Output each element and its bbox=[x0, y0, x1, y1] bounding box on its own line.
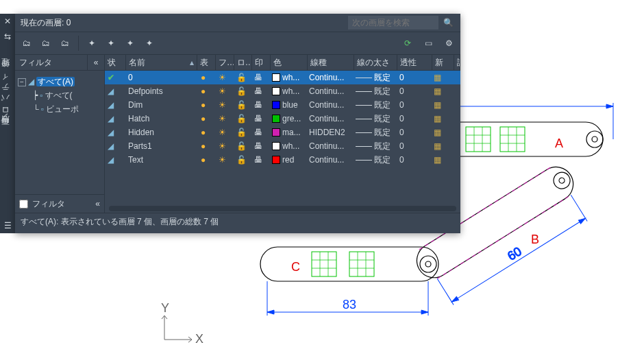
layer-states-button[interactable]: 🗂 bbox=[58, 36, 73, 51]
panel-toolbar: 🗂 🗂 🗂 ✦ ✦ ✦ ✦ ⟳ ▭ ⚙ bbox=[15, 32, 460, 55]
linetype-cell[interactable]: HIDDEN2 bbox=[306, 128, 353, 137]
sun-icon[interactable]: ☀ bbox=[219, 73, 226, 82]
horizontal-scrollbar[interactable] bbox=[109, 206, 456, 211]
printer-icon[interactable]: 🖶 bbox=[254, 128, 262, 137]
newvp-icon[interactable]: ▦ bbox=[434, 73, 441, 82]
table-row[interactable]: ◢Text●☀🔓🖶redContinu...既定0▦ bbox=[105, 153, 460, 167]
search-input[interactable] bbox=[348, 16, 438, 29]
lineweight-cell[interactable]: 既定 bbox=[353, 113, 397, 125]
printer-icon[interactable]: 🖶 bbox=[254, 141, 262, 151]
sun-icon[interactable]: ☀ bbox=[219, 86, 226, 96]
linetype-cell[interactable]: Continu... bbox=[306, 114, 353, 123]
newvp-icon[interactable]: ▦ bbox=[434, 114, 441, 123]
sun-icon[interactable]: ☀ bbox=[219, 155, 226, 165]
invert-filter-checkbox[interactable] bbox=[19, 200, 28, 209]
refresh-icon[interactable]: ⟳ bbox=[400, 36, 415, 51]
lock-icon[interactable]: 🔓 bbox=[236, 114, 247, 123]
lineweight-cell[interactable]: 既定 bbox=[353, 127, 397, 139]
panel-options-icon[interactable]: ☰ bbox=[0, 220, 15, 232]
linetype-cell[interactable]: Continu... bbox=[306, 86, 353, 96]
color-cell[interactable]: blue bbox=[269, 100, 306, 110]
new-layer-vp-frozen-button[interactable]: ✦ bbox=[103, 36, 119, 51]
transparency-cell[interactable]: 0 bbox=[397, 114, 431, 123]
color-cell[interactable]: wh... bbox=[269, 141, 306, 151]
table-row[interactable]: ◢Defpoints●☀🔓🖶wh...Continu...既定0▦ bbox=[105, 84, 460, 98]
set-current-button[interactable]: ✦ bbox=[142, 36, 157, 51]
sun-icon[interactable]: ☀ bbox=[219, 141, 226, 151]
delete-layer-button[interactable]: ✦ bbox=[123, 36, 138, 51]
printer-icon[interactable]: 🖶 bbox=[254, 114, 262, 123]
new-layer-button[interactable]: ✦ bbox=[84, 36, 99, 51]
table-row[interactable]: ✔0●☀🔓🖶wh...Continu...既定0▦ bbox=[105, 71, 460, 84]
linetype-cell[interactable]: Continu... bbox=[306, 155, 353, 165]
svg-point-4 bbox=[551, 169, 573, 192]
bulb-icon[interactable]: ● bbox=[201, 86, 206, 96]
transparency-cell[interactable]: 0 bbox=[397, 128, 431, 137]
collapse-filter-bottom-icon[interactable]: « bbox=[95, 199, 100, 209]
linetype-cell[interactable]: Continu... bbox=[306, 141, 353, 151]
newvp-icon[interactable]: ▦ bbox=[434, 100, 441, 110]
lock-icon[interactable]: 🔓 bbox=[236, 141, 247, 151]
bulb-icon[interactable]: ● bbox=[201, 128, 206, 137]
sun-icon[interactable]: ☀ bbox=[219, 100, 226, 110]
col-print: 印 bbox=[252, 55, 271, 70]
lineweight-cell[interactable]: 既定 bbox=[353, 141, 397, 152]
col-on: 表 bbox=[197, 55, 216, 70]
lock-icon[interactable]: 🔓 bbox=[236, 86, 247, 96]
transparency-cell[interactable]: 0 bbox=[397, 100, 431, 110]
svg-point-1 bbox=[420, 256, 436, 272]
bulb-icon[interactable]: ● bbox=[201, 100, 206, 110]
bulb-icon[interactable]: ● bbox=[201, 73, 206, 82]
pin-icon[interactable]: ⇆ bbox=[0, 29, 15, 44]
bulb-icon[interactable]: ● bbox=[201, 155, 206, 165]
lineweight-cell[interactable]: 既定 bbox=[353, 86, 397, 97]
new-filter-button[interactable]: 🗂 bbox=[19, 36, 34, 51]
status-bar: すべて(A): 表示されている画層 7 個、画層の総数 7 個 bbox=[15, 213, 460, 230]
new-group-filter-button[interactable]: 🗂 bbox=[38, 36, 53, 51]
printer-icon[interactable]: 🖶 bbox=[254, 86, 262, 96]
printer-icon[interactable]: 🖶 bbox=[254, 73, 262, 82]
table-row[interactable]: ◢Hatch●☀🔓🖶gre...Continu...既定0▦ bbox=[105, 112, 460, 126]
newvp-icon[interactable]: ▦ bbox=[434, 86, 441, 96]
transparency-cell[interactable]: 0 bbox=[397, 155, 431, 165]
linetype-cell[interactable]: Continu... bbox=[306, 100, 353, 110]
col-name: 名前 ▴ bbox=[126, 55, 198, 70]
transparency-cell[interactable]: 0 bbox=[397, 73, 431, 82]
color-cell[interactable]: red bbox=[269, 155, 306, 165]
printer-icon[interactable]: 🖶 bbox=[254, 100, 262, 110]
filter-tree[interactable]: −◢すべて(A) ┝ ▫すべて( └ ▫ビューポ bbox=[15, 71, 104, 194]
newvp-icon[interactable]: ▦ bbox=[434, 155, 441, 165]
color-cell[interactable]: wh... bbox=[269, 86, 306, 96]
sun-icon[interactable]: ☀ bbox=[219, 114, 226, 123]
color-cell[interactable]: gre... bbox=[269, 114, 306, 123]
lock-icon[interactable]: 🔓 bbox=[236, 128, 247, 137]
collapse-filter-icon[interactable]: « bbox=[87, 55, 104, 70]
lock-icon[interactable]: 🔓 bbox=[236, 73, 247, 82]
bulb-icon[interactable]: ● bbox=[201, 114, 206, 123]
close-icon[interactable]: ✕ bbox=[0, 14, 15, 29]
lock-icon[interactable]: 🔓 bbox=[236, 155, 247, 165]
color-cell[interactable]: ma... bbox=[269, 128, 306, 137]
sun-icon[interactable]: ☀ bbox=[219, 128, 226, 137]
newvp-icon[interactable]: ▦ bbox=[434, 141, 441, 151]
linetype-cell[interactable]: Continu... bbox=[306, 73, 353, 82]
search-icon[interactable]: 🔍 bbox=[441, 16, 455, 29]
table-row[interactable]: ◢Parts1●☀🔓🖶wh...Continu...既定0▦ bbox=[105, 139, 460, 153]
bulb-icon[interactable]: ● bbox=[201, 141, 206, 151]
transparency-cell[interactable]: 0 bbox=[397, 141, 431, 151]
table-row[interactable]: ◢Dim●☀🔓🖶blueContinu...既定0▦ bbox=[105, 98, 460, 112]
table-header[interactable]: 状 名前 ▴ 表 フ.. ロ.. 印 色 線種 線の太さ 透性 新 説明 bbox=[105, 55, 460, 71]
current-layer-label: 現在の画層: 0 bbox=[21, 17, 348, 29]
settings-list-icon[interactable]: ▭ bbox=[421, 36, 436, 51]
printer-icon[interactable]: 🖶 bbox=[254, 155, 262, 165]
color-cell[interactable]: wh... bbox=[269, 73, 306, 82]
lineweight-cell[interactable]: 既定 bbox=[353, 99, 397, 111]
gear-icon[interactable]: ⚙ bbox=[441, 36, 456, 51]
svg-rect-11 bbox=[466, 127, 491, 152]
lineweight-cell[interactable]: 既定 bbox=[353, 72, 397, 84]
lock-icon[interactable]: 🔓 bbox=[236, 100, 247, 110]
newvp-icon[interactable]: ▦ bbox=[434, 128, 441, 137]
lineweight-cell[interactable]: 既定 bbox=[353, 154, 397, 166]
transparency-cell[interactable]: 0 bbox=[397, 86, 431, 96]
table-row[interactable]: ◢Hidden●☀🔓🖶ma...HIDDEN2既定0▦ bbox=[105, 126, 460, 139]
